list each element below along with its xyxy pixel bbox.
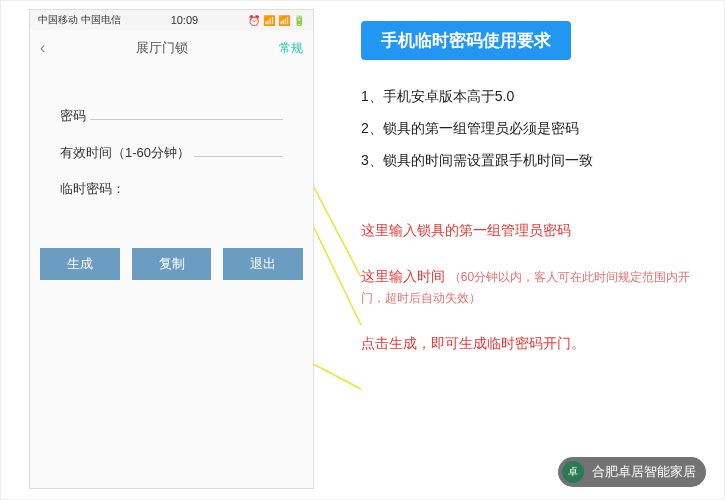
signal-icon: 📶 xyxy=(263,15,275,26)
valid-time-label: 有效时间（1-60分钟） xyxy=(60,144,190,162)
brand-footer: 卓 合肥卓居智能家居 xyxy=(558,457,706,487)
valid-time-input[interactable] xyxy=(194,143,283,157)
form-area: 密码 有效时间（1-60分钟） 临时密码： xyxy=(30,66,313,198)
brand-logo: 卓 xyxy=(562,461,584,483)
instructions-panel: 手机临时密码使用要求 1、手机安卓版本高于5.0 2、锁具的第一组管理员必须是密… xyxy=(361,21,711,378)
back-button[interactable]: ‹ xyxy=(40,39,45,57)
brand-name: 合肥卓居智能家居 xyxy=(592,463,696,481)
password-field-row: 密码 xyxy=(60,106,283,125)
password-label: 密码 xyxy=(60,107,86,125)
annotation-generate: 点击生成，即可生成临时密码开门。 xyxy=(361,333,711,355)
generate-button[interactable]: 生成 xyxy=(40,248,120,280)
annotation-password: 这里输入锁具的第一组管理员密码 xyxy=(361,220,711,242)
temp-password-field-row: 临时密码： xyxy=(60,180,283,198)
phone-mockup: 中国移动 中国电信 10:09 ⏰ 📶 📶 🔋 ‹ 展厅门锁 常规 密码 有效时… xyxy=(29,9,314,489)
temp-password-label: 临时密码： xyxy=(60,180,125,198)
copy-button[interactable]: 复制 xyxy=(132,248,212,280)
status-bar: 中国移动 中国电信 10:09 ⏰ 📶 📶 🔋 xyxy=(30,10,313,30)
battery-icon: 🔋 xyxy=(293,15,305,26)
requirement-item: 3、锁具的时间需设置跟手机时间一致 xyxy=(361,152,711,170)
valid-time-field-row: 有效时间（1-60分钟） xyxy=(60,143,283,162)
alarm-icon: ⏰ xyxy=(248,15,260,26)
requirement-item: 1、手机安卓版本高于5.0 xyxy=(361,88,711,106)
status-carriers: 中国移动 中国电信 xyxy=(38,13,121,27)
instructions-title: 手机临时密码使用要求 xyxy=(361,21,571,60)
requirement-item: 2、锁具的第一组管理员必须是密码 xyxy=(361,120,711,138)
button-row: 生成 复制 退出 xyxy=(30,248,313,280)
nav-action-link[interactable]: 常规 xyxy=(279,40,303,57)
exit-button[interactable]: 退出 xyxy=(223,248,303,280)
page-title: 展厅门锁 xyxy=(136,39,188,57)
signal-icon: 📶 xyxy=(278,15,290,26)
status-time: 10:09 xyxy=(171,14,199,26)
annotation-time-main: 这里输入时间 xyxy=(361,269,445,284)
status-icons: ⏰ 📶 📶 🔋 xyxy=(248,15,305,26)
password-input[interactable] xyxy=(90,106,283,120)
annotation-time: 这里输入时间 （60分钟以内，客人可在此时间规定范围内开门，超时后自动失效） xyxy=(361,266,711,309)
requirements-list: 1、手机安卓版本高于5.0 2、锁具的第一组管理员必须是密码 3、锁具的时间需设… xyxy=(361,88,711,170)
nav-bar: ‹ 展厅门锁 常规 xyxy=(30,30,313,66)
